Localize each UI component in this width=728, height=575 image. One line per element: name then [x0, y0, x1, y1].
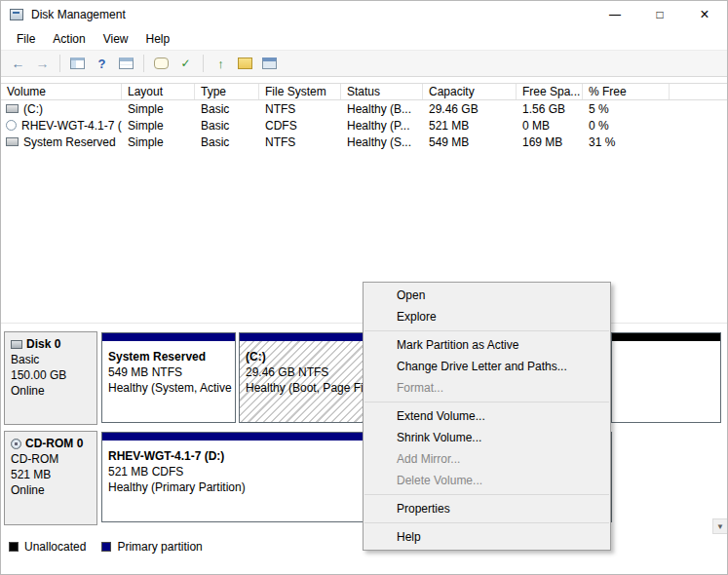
- window-title: Disk Management: [31, 8, 126, 21]
- folder-icon[interactable]: [234, 53, 256, 74]
- unallocated-strip: [612, 333, 720, 341]
- volume-row-rhev[interactable]: RHEV-WGT-4.1-7 (... Simple Basic CDFS He…: [1, 117, 727, 134]
- partition-title: System Reserved: [108, 350, 235, 364]
- column-header-capacity[interactable]: Capacity: [423, 84, 517, 99]
- cell-file-system: CDFS: [259, 119, 341, 133]
- unallocated-region[interactable]: [611, 332, 721, 423]
- volume-row-c[interactable]: (C:) Simple Basic NTFS Healthy (B... 29.…: [1, 100, 727, 117]
- minimize-button[interactable]: —: [593, 1, 637, 28]
- toolbar-separator: [143, 55, 144, 72]
- export-list-glyph: [119, 58, 134, 69]
- check-glyph: ✓: [180, 58, 190, 69]
- up-arrow-glyph: ↑: [217, 58, 224, 70]
- column-header-volume[interactable]: Volume: [1, 84, 122, 99]
- cell-status: Healthy (B...: [341, 102, 423, 116]
- disk-type: Basic: [11, 353, 96, 366]
- back-arrow-glyph: ←: [12, 57, 25, 70]
- cell-pct-free: 5 %: [583, 102, 670, 116]
- cell-status: Healthy (S...: [341, 135, 423, 149]
- cell-status: Healthy (P...: [341, 119, 423, 133]
- up-level-icon[interactable]: ↑: [210, 53, 232, 74]
- check-disk-icon[interactable]: ✓: [174, 53, 197, 74]
- menu-view[interactable]: View: [95, 29, 137, 49]
- drive-icon: [6, 104, 19, 113]
- volume-list: Volume Layout Type File System Status Ca…: [1, 83, 727, 150]
- menu-bar: File Action View Help: [1, 28, 727, 50]
- menu-item-extend-volume[interactable]: Extend Volume...: [364, 405, 610, 427]
- column-header-file-system[interactable]: File System: [259, 84, 341, 99]
- disk-type: CD-ROM: [11, 452, 96, 466]
- menu-item-properties[interactable]: Properties: [364, 498, 610, 519]
- cd-icon: [6, 120, 17, 131]
- column-header-pct-free[interactable]: % Free: [583, 84, 670, 99]
- cell-layout: Simple: [122, 119, 195, 133]
- menu-item-help[interactable]: Help: [364, 526, 610, 548]
- disk0-header[interactable]: Disk 0 Basic 150.00 GB Online: [4, 331, 97, 425]
- console-tree-icon[interactable]: [66, 53, 89, 74]
- cell-file-system: NTFS: [259, 102, 341, 116]
- help-icon[interactable]: ?: [91, 53, 113, 74]
- export-list-icon[interactable]: [115, 53, 137, 74]
- toolbar-separator: [203, 55, 204, 72]
- cell-volume: (C:): [1, 102, 122, 116]
- menu-action[interactable]: Action: [44, 29, 94, 49]
- menu-item-format: Format...: [364, 377, 610, 399]
- partition-system-reserved[interactable]: System Reserved 549 MB NTFS Healthy (Sys…: [101, 332, 236, 423]
- unallocated-swatch: [9, 542, 19, 552]
- column-header-free-space[interactable]: Free Spa...: [517, 84, 583, 99]
- disk-icon: [11, 340, 22, 349]
- cdrom0-header[interactable]: CD-ROM 0 CD-ROM 521 MB Online: [4, 431, 97, 525]
- column-header-status[interactable]: Status: [341, 84, 423, 99]
- menu-help[interactable]: Help: [137, 29, 179, 49]
- drive-icon: [6, 137, 19, 146]
- cell-pct-free: 31 %: [583, 135, 670, 149]
- cell-layout: Simple: [122, 102, 195, 116]
- menu-separator: [364, 402, 609, 402]
- back-icon[interactable]: ←: [7, 53, 29, 74]
- cell-capacity: 521 MB: [423, 119, 517, 133]
- cell-pct-free: 0 %: [583, 119, 670, 133]
- menu-item-change-drive-letter[interactable]: Change Drive Letter and Paths...: [364, 356, 610, 377]
- cell-type: Basic: [195, 119, 259, 133]
- column-header-layout[interactable]: Layout: [122, 84, 195, 99]
- column-header-type[interactable]: Type: [195, 84, 259, 99]
- menu-separator: [364, 494, 609, 495]
- cell-free-space: 1.56 GB: [517, 102, 583, 116]
- cdrom-icon: [11, 439, 21, 449]
- scroll-down-button[interactable]: ▼: [712, 518, 728, 534]
- cell-volume: System Reserved: [1, 135, 122, 149]
- partition-health: Healthy (System, Active: [108, 381, 235, 395]
- volume-row-system-reserved[interactable]: System Reserved Simple Basic NTFS Health…: [1, 134, 727, 150]
- action-pane-icon[interactable]: [150, 53, 172, 74]
- legend-label: Unallocated: [24, 540, 86, 554]
- legend-label: Primary partition: [117, 540, 202, 554]
- menu-item-add-mirror: Add Mirror...: [364, 448, 610, 470]
- help-glyph: ?: [98, 58, 106, 70]
- menu-item-mark-partition-active[interactable]: Mark Partition as Active: [364, 334, 610, 356]
- title-bar: Disk Management — □ ×: [1, 1, 727, 28]
- menu-item-open[interactable]: Open: [364, 285, 610, 306]
- views-icon[interactable]: [258, 53, 281, 74]
- menu-separator: [364, 522, 609, 523]
- forward-arrow-glyph: →: [36, 57, 50, 70]
- forward-icon[interactable]: →: [31, 53, 54, 74]
- close-button[interactable]: ×: [682, 1, 727, 28]
- action-pane-glyph: [154, 58, 169, 69]
- menu-item-explore[interactable]: Explore: [364, 306, 610, 327]
- cell-capacity: 549 MB: [423, 135, 517, 149]
- cell-layout: Simple: [122, 135, 195, 149]
- app-icon: [10, 9, 23, 20]
- disk-status: Online: [11, 483, 96, 497]
- folder-glyph: [238, 58, 252, 69]
- cell-free-space: 0 MB: [517, 119, 583, 133]
- cell-free-space: 169 MB: [517, 135, 583, 149]
- cell-type: Basic: [195, 102, 259, 116]
- menu-file[interactable]: File: [8, 29, 44, 49]
- context-menu: Open Explore Mark Partition as Active Ch…: [363, 282, 611, 551]
- maximize-button[interactable]: □: [637, 1, 682, 28]
- cell-file-system: NTFS: [259, 135, 341, 149]
- cell-capacity: 29.46 GB: [423, 102, 517, 116]
- toolbar-separator: [59, 55, 60, 72]
- menu-item-shrink-volume[interactable]: Shrink Volume...: [364, 427, 610, 448]
- menu-item-delete-volume: Delete Volume...: [364, 470, 610, 491]
